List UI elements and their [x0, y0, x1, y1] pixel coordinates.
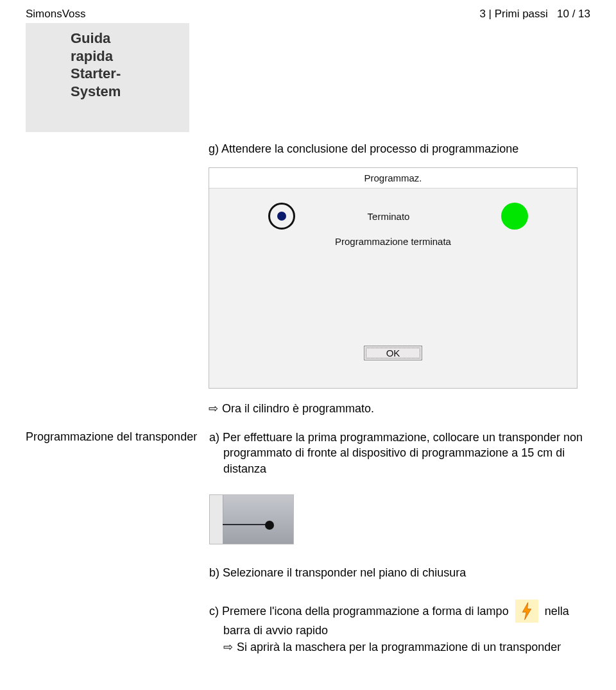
transponder-photo [209, 494, 294, 544]
cylinder-icon [268, 203, 295, 230]
dialog-title: Programmaz. [209, 168, 577, 189]
arrow-icon: ⇨ [223, 639, 233, 655]
lightning-icon[interactable] [515, 600, 538, 623]
result-c-text: Si aprirà la maschera per la programmazi… [237, 641, 561, 653]
breadcrumb: 3 | Primi passi [479, 8, 547, 20]
dialog-status-text: Terminato [276, 211, 501, 222]
doc-title-block: Guida rapida Starter-System [26, 23, 189, 132]
section-label: Programmazione del transponder [26, 430, 198, 444]
step-c-post-text: nella [545, 603, 569, 619]
arrow-icon: ⇨ [209, 401, 218, 416]
doc-title-line2: Starter-System [71, 65, 144, 100]
brand-text: SimonsVoss [26, 8, 86, 21]
result-g-line: ⇨Ora il cilindro è programmato. [209, 401, 590, 416]
doc-title-line1: Guida rapida [71, 29, 144, 65]
bolt-svg [520, 602, 533, 620]
dialog-message: Programmazione terminata [227, 236, 559, 247]
step-c-pre-text: c) Premere l'icona della programmazione … [209, 603, 509, 619]
result-c-line: ⇨Si aprirà la maschera per la programmaz… [223, 639, 590, 655]
header-right: 3 | Primi passi 10 / 13 [479, 8, 590, 21]
page-number: 10 / 13 [557, 8, 590, 20]
step-b-text: b) Selezionare il transponder nel piano … [209, 565, 590, 580]
programming-dialog: Programmaz. Terminato Programmazione ter… [209, 167, 578, 389]
ok-button[interactable]: OK [364, 346, 423, 360]
status-indicator-icon [501, 203, 528, 230]
step-a-text: a) Per effettuare la prima programmazion… [209, 430, 590, 476]
step-g-text: g) Attendere la conclusione del processo… [209, 142, 590, 156]
result-g-text: Ora il cilindro è programmato. [222, 402, 374, 415]
step-c-line2: barra di avvio rapido [223, 623, 590, 638]
